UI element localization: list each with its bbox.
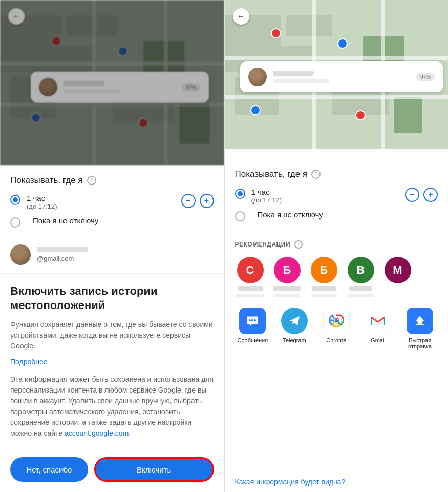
decrease-time-button-right[interactable]: − [405,188,419,202]
option1-label-right: 1 час [251,188,406,196]
rec-name-1 [273,286,301,291]
rec-item-2[interactable]: Б [309,257,339,297]
increase-time-button[interactable]: + [200,194,214,208]
gmail-label: Gmail [371,337,386,343]
map-card-name-right [273,71,314,76]
map-card-info-left [63,81,176,93]
option1-label: 1 час [27,194,181,202]
back-button-left[interactable]: ← [8,8,25,25]
telegram-label: Telegram [283,337,306,343]
left-panel: ← 97% Показывать, где я ? 1 час (до 17:1… [0,0,224,492]
right-content: Показывать, где я ? 1 час (до 17:12) − + [225,149,449,471]
chrome-label: Chrome [326,337,346,343]
map-card-avatar-right [248,68,267,86]
radio-1hour-selected[interactable] [10,195,20,205]
radio-1hour-right[interactable] [235,189,245,199]
messages-icon [239,308,266,334]
location-title-right: Показывать, где я ? [235,169,438,179]
map-card-badge-left: 97% [182,83,200,92]
rec-name-2 [312,286,336,291]
map-background-left: ← 97% [0,0,224,165]
location-options-right: Показывать, где я ? 1 час (до 17:12) − + [235,159,438,230]
map-card-name-left [63,81,104,86]
option1-row-right[interactable]: 1 час (до 17:12) − + [235,188,438,204]
history-card: Включить запись истории местоположений Ф… [0,274,224,449]
app-share-row: Сообщения Telegram [235,308,438,350]
rec-name-3 [349,286,372,291]
chrome-icon [323,308,350,334]
option1-sub: (до 17:12) [27,202,181,210]
app-messages[interactable]: Сообщения [235,308,271,343]
rec-item-1[interactable]: Б [272,257,303,297]
rec-avatar-2: Б [311,257,337,283]
svg-point-2 [254,319,256,321]
time-controls-right: − + [405,188,438,202]
account-avatar [10,244,31,265]
rec-list: С Б Б В [235,257,438,297]
rec-name-0 [238,286,263,291]
rec-avatar-1: Б [274,257,301,283]
rec-sub-0 [236,294,264,297]
recommendations-section: РЕКОМЕНДАЦИИ i С Б [235,230,438,350]
account-name-bar [37,247,88,252]
account-section: @gmail.com [0,236,224,274]
app-telegram[interactable]: Telegram [276,308,312,343]
svg-point-8 [335,319,338,322]
option2-row[interactable]: Пока я не отключу [10,216,214,228]
back-button-right[interactable]: ← [233,8,249,25]
rec-item-0[interactable]: С [235,257,266,297]
info-link[interactable]: Какая информация будет видна? [235,478,346,486]
account-info: @gmail.com [37,247,214,262]
history-desc2: Эта информация может быть сохранена и ис… [10,374,214,439]
rec-item-3[interactable]: В [346,257,376,297]
history-link2[interactable]: account.google.com [65,429,129,437]
time-controls: − + [181,194,214,208]
map-background-right: ← 97% [225,0,449,149]
telegram-icon [281,308,308,334]
app-gmail[interactable]: Gmail [360,308,396,343]
account-email: @gmail.com [37,255,214,262]
decrease-time-button[interactable]: − [181,194,196,208]
app-quickshare[interactable]: Быстрая отправка [402,308,438,350]
enable-button[interactable]: Включить [94,457,214,482]
quickshare-label: Быстрая отправка [402,337,438,350]
option2-label: Пока я не отключу [33,216,98,225]
back-icon-right: ← [237,12,245,21]
svg-point-1 [251,319,253,321]
rec-title: РЕКОМЕНДАЦИИ [235,241,291,248]
back-icon: ← [12,12,20,21]
radio-forever-right[interactable] [235,211,245,221]
map-card-right: 97% [240,61,443,92]
messages-label: Сообщения [238,337,268,343]
rec-sub-2 [311,294,337,297]
option1-row[interactable]: 1 час (до 17:12) − + [10,194,214,210]
map-card-info-right [273,71,410,83]
svg-point-0 [249,319,251,321]
app-chrome[interactable]: Chrome [318,308,354,343]
right-panel: ← 97% Показывать, где я ? 1 ча [225,0,449,492]
option2-row-right[interactable]: Пока я не отключу [235,210,438,221]
map-card-sub-right [273,79,329,83]
quickshare-icon [407,308,433,334]
radio-forever[interactable] [10,217,20,228]
history-desc1: Функция сохраняет данные о том, где вы б… [10,319,214,352]
rec-info-icon[interactable]: i [294,240,303,249]
location-options-left: Показывать, где я ? 1 час (до 17:12) − + [0,165,224,236]
no-thanks-button[interactable]: Нет, спасибо [10,457,88,482]
map-card-sub-left [63,89,120,93]
rec-avatar-4: М [385,257,411,283]
rec-header: РЕКОМЕНДАЦИИ i [235,240,438,249]
rec-avatar-3: В [348,257,374,283]
rec-item-4[interactable]: М [382,257,413,297]
option1-sub-right: (до 17:12) [251,196,406,204]
help-icon-left[interactable]: ? [87,176,96,185]
increase-time-button-right[interactable]: + [423,188,438,202]
action-buttons: Нет, спасибо Включить [0,449,224,492]
history-link1[interactable]: Подробнее [10,358,214,366]
help-icon-right[interactable]: ? [311,170,321,179]
rec-sub-1 [274,294,300,297]
map-card-badge-right: 97% [416,73,435,81]
rec-avatar-0: С [237,257,264,283]
history-title: Включить запись истории местоположений [10,284,214,313]
map-card-avatar-left [39,78,57,96]
